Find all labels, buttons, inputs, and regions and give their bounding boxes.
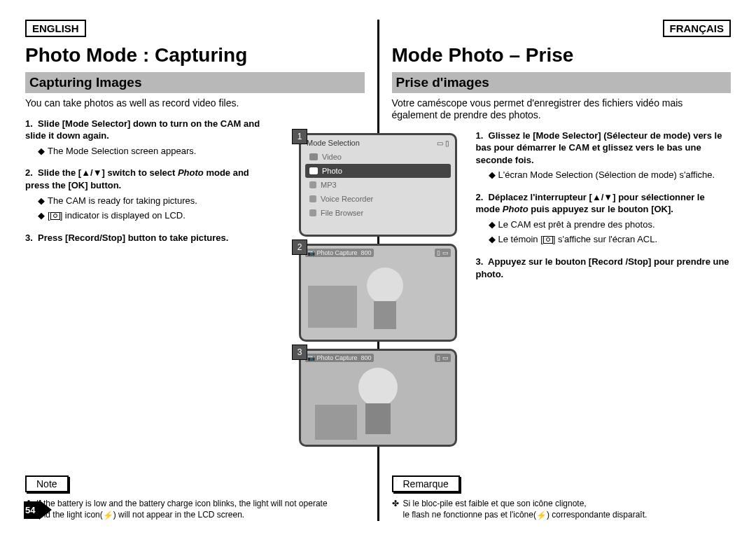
video-icon	[309, 153, 318, 160]
step-3-fr: 3. Appuyez sur le bouton [Record /Stop] …	[476, 256, 729, 279]
menu-item-video: Video	[305, 150, 451, 164]
step-1-en: 1. Slide [Mode Selector] down to turn on…	[25, 118, 260, 141]
title-french: Mode Photo – Prise	[392, 44, 732, 67]
battery-icon: ▯ ▭	[435, 354, 451, 362]
lang-label-english: ENGLISH	[25, 20, 86, 37]
step-3-en: 3. Press [Record/Stop] button to take pi…	[25, 232, 228, 243]
flash-icon: ⚡	[103, 510, 113, 521]
status-icons: ▭ ▯	[437, 139, 449, 147]
page-number: 54	[25, 500, 52, 520]
menu-item-photo: Photo	[305, 164, 451, 178]
photo-capture-screen-1: 📷 Photo Capture 800▯ ▭	[299, 244, 457, 342]
intro-french: Votre caméscope vous permet d'enregistre…	[392, 97, 732, 121]
battery-icon: ▯ ▭	[435, 249, 451, 257]
menu-item-file: File Browser	[305, 206, 451, 220]
lang-label-french: FRANÇAIS	[663, 20, 732, 37]
mp3-icon	[309, 181, 316, 188]
mode-selection-screen: Mode Selection▭ ▯ Video Photo MP3 Voice …	[299, 133, 457, 237]
note-text-fr: ✤Si le bloc-pile est faible et que son i…	[392, 498, 732, 521]
step-2-sub2-en: ◆[] indicator is displayed on LCD.	[25, 209, 274, 222]
step-2-sub2-fr: ◆Le témoin [] s'affiche sur l'écran ACL.	[476, 233, 732, 246]
step-2-sub1-en: ◆The CAM is ready for taking pictures.	[25, 195, 274, 207]
camera-small-icon: 📷	[307, 249, 315, 256]
intro-english: You can take photos as well as record vi…	[25, 97, 365, 109]
subtitle-english: Capturing Images	[25, 72, 365, 93]
camera-icon	[50, 212, 60, 220]
menu-item-mp3: MP3	[305, 178, 451, 192]
camera-icon	[543, 236, 553, 244]
step-2-en: 2. Slide the [▲/▼] switch to select Phot…	[25, 167, 249, 190]
title-english: Photo Mode : Capturing	[25, 44, 365, 67]
figure-number-2: 2	[292, 239, 307, 255]
photo-capture-screen-2: 📷 Photo Capture 800▯ ▭	[299, 349, 457, 447]
step-2-sub1-fr: ◆Le CAM est prêt à prendre des photos.	[476, 218, 732, 231]
menu-item-voice: Voice Recorder	[305, 192, 451, 206]
step-1-sub-fr: ◆L'écran Mode Selection (Sélection de mo…	[476, 169, 732, 181]
figure-number-3: 3	[292, 345, 307, 360]
subtitle-french: Prise d'images	[392, 72, 732, 93]
photo-icon	[309, 167, 318, 174]
camera-small-icon: 📷	[307, 354, 315, 361]
step-1-sub-en: ◆The Mode Selection screen appears.	[25, 145, 274, 158]
note-label-en: Note	[25, 475, 69, 492]
note-label-fr: Remarque	[392, 475, 460, 492]
flash-icon: ⚡	[536, 510, 547, 521]
step-2-fr: 2. Déplacez l'interrupteur [▲/▼] pour sé…	[476, 192, 705, 215]
mode-selection-title: Mode Selection	[307, 139, 360, 147]
mic-icon	[309, 195, 316, 202]
file-icon	[309, 209, 316, 216]
note-text-en: ✤If the battery is low and the battery c…	[25, 498, 365, 521]
step-1-fr: 1. Glissez le [Mode Selector] (Sélecteur…	[476, 130, 722, 165]
figure-number-1: 1	[292, 129, 307, 144]
